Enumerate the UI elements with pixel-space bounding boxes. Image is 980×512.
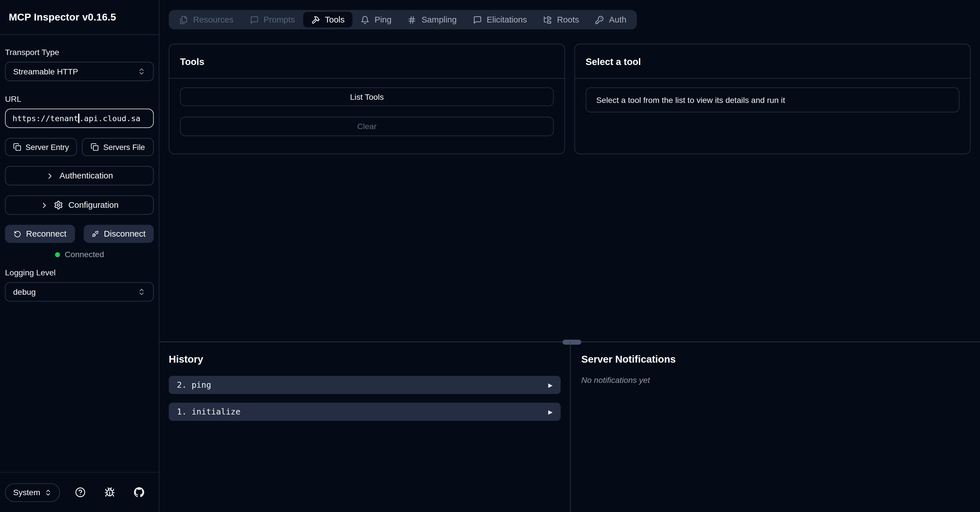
connection-buttons-row: Reconnect Disconnect [5,225,154,243]
tab-label: Sampling [422,15,457,24]
servers-file-button[interactable]: Servers File [82,138,154,156]
tab-sampling[interactable]: Sampling [399,12,465,28]
connection-status: Connected [5,250,154,259]
tab-prompts: Prompts [242,12,303,28]
server-notifications-title: Server Notifications [581,354,969,365]
sidebar-footer: System [0,472,159,512]
clear-tools-button: Clear [180,117,554,136]
url-value-before-caret: https://tenant [13,114,78,123]
tools-panel-body: List Tools Clear [170,79,565,145]
tools-panel-title: Tools [180,56,204,67]
app-title: MCP Inspector v0.16.5 [9,12,116,23]
hash-icon [408,15,417,24]
mcp-inspector-app: MCP Inspector v0.16.5 Transport Type Str… [0,0,980,512]
reconnect-label: Reconnect [26,229,66,239]
tab-resources: Resources [171,12,242,28]
bottom-panels: History 2. ping▶1. initialize▶ Server No… [159,342,980,512]
transport-type-label: Transport Type [5,47,154,57]
transport-type-value: Streamable HTTP [13,67,78,76]
copy-icon [91,143,99,151]
tab-roots[interactable]: Roots [535,12,587,28]
sidebar: MCP Inspector v0.16.5 Transport Type Str… [0,0,159,512]
server-notifications-section: Server Notifications No notifications ye… [571,342,980,512]
report-bug-button[interactable] [95,483,124,502]
unplug-icon [92,230,99,237]
sidebar-content: Transport Type Streamable HTTP URL https… [0,35,159,302]
tool-detail-panel-title: Select a tool [585,56,641,67]
bell-icon [361,15,369,24]
tool-placeholder-message: Select a tool from the list to view its … [585,87,959,113]
tool-detail-panel: Select a tool Select a tool from the lis… [574,44,971,154]
history-entry[interactable]: 2. ping▶ [169,376,560,394]
github-link-button[interactable] [124,483,154,502]
server-entry-label: Server Entry [25,143,69,151]
help-button[interactable] [66,483,95,502]
chevrons-up-down-icon [138,288,146,296]
history-entry-label: 2. ping [177,380,211,390]
gear-icon [54,200,64,210]
tab-auth[interactable]: Auth [587,12,635,28]
chevrons-up-down-icon [138,68,146,76]
logging-level-label: Logging Level [5,268,154,277]
reconnect-button[interactable]: Reconnect [5,225,75,243]
logging-level-select[interactable]: debug [5,282,154,302]
server-entry-button[interactable]: Server Entry [5,138,77,156]
tab-label: Roots [557,15,579,24]
disconnect-label: Disconnect [104,229,146,239]
chevrons-up-down-icon [45,489,52,496]
tools-panel: Tools List Tools Clear [169,44,565,154]
disconnect-button[interactable]: Disconnect [84,225,154,243]
transport-type-select[interactable]: Streamable HTTP [5,62,154,81]
list-tools-button[interactable]: List Tools [180,87,554,106]
configuration-button[interactable]: Configuration [5,195,154,215]
history-entry[interactable]: 1. initialize▶ [169,403,560,421]
tab-ping[interactable]: Ping [353,12,399,28]
main-area: ResourcesPromptsToolsPingSamplingElicita… [159,0,980,512]
play-icon[interactable]: ▶ [548,409,552,415]
authentication-button[interactable]: Authentication [5,166,154,185]
tab-label: Tools [325,15,344,24]
history-section: History 2. ping▶1. initialize▶ [159,342,571,512]
theme-select[interactable]: System [5,483,60,502]
history-list: 2. ping▶1. initialize▶ [169,376,560,421]
tab-bar: ResourcesPromptsToolsPingSamplingElicita… [169,10,637,29]
copy-icon [13,143,21,151]
tab-elicitations[interactable]: Elicitations [465,12,535,28]
history-title: History [169,354,560,365]
folder-tree-icon [543,15,552,24]
rotate-ccw-icon [14,230,21,238]
authentication-label: Authentication [60,171,113,181]
circle-help-icon[interactable] [75,487,86,498]
tab-label: Ping [375,15,391,24]
topbar: ResourcesPromptsToolsPingSamplingElicita… [159,0,980,29]
server-buttons-row: Server Entry Servers File [5,138,154,156]
status-dot [55,252,60,257]
tab-label: Auth [609,15,627,24]
logging-level-value: debug [13,287,36,296]
sidebar-header: MCP Inspector v0.16.5 [0,0,159,35]
notifications-empty-message: No notifications yet [581,375,969,385]
tab-label: Prompts [263,15,295,24]
url-input[interactable]: https://tenant .api.cloud.sa [5,109,154,128]
content-panels: Tools List Tools Clear Select a tool Sel… [159,29,980,154]
tool-detail-panel-body: Select a tool from the list to view its … [575,79,970,121]
tool-detail-panel-header: Select a tool [575,44,970,78]
theme-value: System [13,487,40,497]
key-icon [595,15,604,24]
files-icon [180,15,188,24]
github-icon[interactable] [134,487,145,498]
url-label: URL [5,94,154,104]
tools-panel-header: Tools [170,44,565,78]
bug-icon[interactable] [105,487,115,498]
tab-label: Resources [193,15,234,24]
message-square-icon [473,15,482,24]
chevron-right-icon [40,201,49,209]
tab-tools[interactable]: Tools [303,12,353,28]
play-icon[interactable]: ▶ [548,382,552,388]
hammer-icon [311,15,320,24]
url-value-after-caret: .api.cloud.sa [80,114,140,123]
history-entry-label: 1. initialize [177,407,240,417]
tab-label: Elicitations [487,15,527,24]
message-square-icon [250,15,259,24]
status-label: Connected [65,250,104,259]
